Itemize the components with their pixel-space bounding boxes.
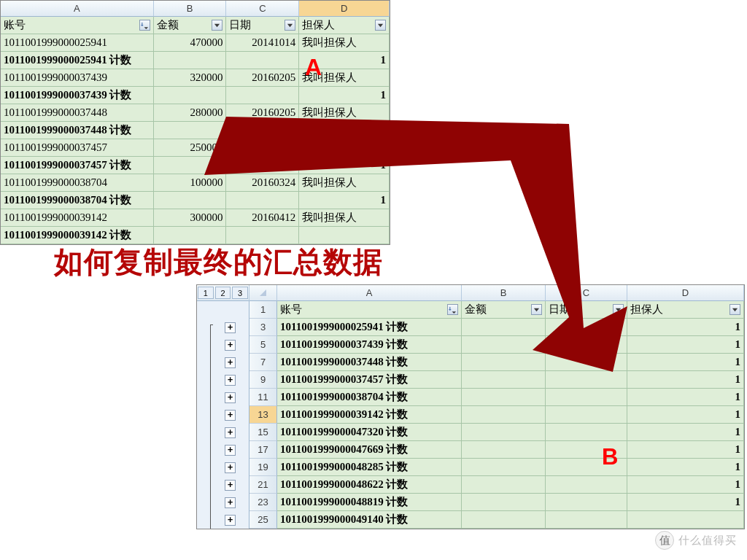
cell[interactable]: 1: [627, 459, 744, 476]
cell[interactable]: 1: [627, 336, 744, 354]
cell[interactable]: 470000: [154, 34, 227, 52]
cell[interactable]: [546, 319, 627, 336]
row-header[interactable]: 13: [249, 406, 277, 424]
cell[interactable]: 1: [627, 389, 744, 406]
cell[interactable]: 1: [627, 371, 744, 389]
outline-level-button[interactable]: 1: [198, 287, 214, 299]
cell[interactable]: 1011001999000025941: [1, 34, 154, 52]
outline-expand-button[interactable]: +: [225, 515, 236, 526]
outline-level-button[interactable]: 2: [215, 287, 231, 299]
cell[interactable]: 300000: [154, 209, 227, 227]
cell[interactable]: [546, 371, 627, 389]
cell[interactable]: [226, 87, 299, 104]
cell[interactable]: [546, 406, 627, 424]
cell[interactable]: 1: [299, 157, 390, 174]
cell[interactable]: [226, 52, 299, 69]
cell[interactable]: 1: [627, 494, 744, 511]
cell[interactable]: 320000: [154, 69, 227, 87]
cell[interactable]: 100000: [154, 174, 227, 192]
filter-dropdown-icon[interactable]: [613, 304, 624, 315]
cell[interactable]: 20160324: [226, 174, 299, 192]
cell[interactable]: 20160205: [226, 104, 299, 122]
cell[interactable]: 我叫担保人: [299, 174, 390, 192]
filter-dropdown-icon[interactable]: [139, 20, 150, 31]
cell[interactable]: 1011001999000048819 计数: [277, 494, 462, 511]
cell[interactable]: 1011001999000037439: [1, 69, 154, 87]
outline-expand-button[interactable]: +: [225, 410, 236, 421]
cell[interactable]: [462, 319, 546, 336]
column-header[interactable]: A: [1, 1, 154, 17]
cell[interactable]: [462, 354, 546, 371]
cell[interactable]: 1011001999000049140 计数: [277, 511, 462, 529]
filter-cell[interactable]: 金额: [154, 17, 227, 34]
row-header[interactable]: 21: [249, 476, 277, 494]
cell[interactable]: [226, 192, 299, 209]
cell[interactable]: 1011001999000037448 计数: [277, 354, 462, 371]
cell[interactable]: 1: [299, 122, 390, 139]
cell[interactable]: 1011001999000039142: [1, 209, 154, 227]
cell[interactable]: 1011001999000037457: [1, 139, 154, 157]
cell[interactable]: [462, 476, 546, 494]
cell[interactable]: 1011001999000047669 计数: [277, 441, 462, 459]
cell[interactable]: 1011001999000025941 计数: [1, 52, 154, 69]
column-header[interactable]: D: [627, 285, 744, 301]
cell[interactable]: 1: [627, 441, 744, 459]
filter-dropdown-icon[interactable]: [729, 304, 740, 315]
cell[interactable]: [154, 192, 227, 209]
cell[interactable]: 1011001999000037448 计数: [1, 122, 154, 139]
cell[interactable]: 我叫担保人: [299, 209, 390, 227]
row-header[interactable]: 7: [249, 354, 277, 371]
cell[interactable]: 1011001999000039142 计数: [277, 406, 462, 424]
cell[interactable]: [154, 87, 227, 104]
cell[interactable]: 20160205: [226, 139, 299, 157]
cell[interactable]: [154, 122, 227, 139]
filter-dropdown-icon[interactable]: [531, 304, 542, 315]
cell[interactable]: 1011001999000038704 计数: [277, 389, 462, 406]
cell[interactable]: 1: [627, 354, 744, 371]
row-header[interactable]: 25: [249, 511, 277, 529]
filter-cell[interactable]: 金额: [462, 301, 546, 319]
row-header[interactable]: 5: [249, 336, 277, 354]
cell[interactable]: 20160412: [226, 209, 299, 227]
outline-expand-button[interactable]: +: [225, 445, 236, 456]
cell[interactable]: 1011001999000048622 计数: [277, 476, 462, 494]
outline-expand-button[interactable]: +: [225, 427, 236, 438]
cell[interactable]: 1011001999000037448: [1, 104, 154, 122]
cell[interactable]: 1011001999000025941 计数: [277, 319, 462, 336]
cell[interactable]: 1011001999000038704: [1, 174, 154, 192]
cell[interactable]: [462, 459, 546, 476]
cell[interactable]: 20160205: [226, 69, 299, 87]
row-header[interactable]: 19: [249, 459, 277, 476]
column-header[interactable]: B: [154, 1, 227, 17]
cell[interactable]: 我叫担保人: [299, 34, 390, 52]
cell[interactable]: [546, 389, 627, 406]
cell[interactable]: 280000: [154, 104, 227, 122]
outline-expand-button[interactable]: +: [225, 340, 236, 351]
cell[interactable]: [462, 441, 546, 459]
row-header[interactable]: 11: [249, 389, 277, 406]
row-header[interactable]: 9: [249, 371, 277, 389]
filter-cell[interactable]: 账号: [1, 17, 154, 34]
cell[interactable]: [627, 511, 744, 529]
cell[interactable]: 1011001999000047320 计数: [277, 424, 462, 441]
cell[interactable]: 1: [627, 476, 744, 494]
cell[interactable]: 1011001999000037457 计数: [1, 157, 154, 174]
filter-cell[interactable]: 账号: [277, 301, 462, 319]
filter-cell[interactable]: 担保人: [627, 301, 744, 319]
cell[interactable]: [546, 494, 627, 511]
cell[interactable]: [546, 354, 627, 371]
cell[interactable]: [546, 424, 627, 441]
cell[interactable]: [462, 389, 546, 406]
outline-level-button[interactable]: 3: [232, 287, 248, 299]
cell[interactable]: 1: [627, 406, 744, 424]
row-header[interactable]: 17: [249, 441, 277, 459]
column-header[interactable]: C: [546, 285, 627, 301]
select-all-corner[interactable]: [249, 285, 277, 301]
filter-dropdown-icon[interactable]: [212, 20, 222, 31]
cell[interactable]: 20141014: [226, 34, 299, 52]
filter-cell[interactable]: 日期: [546, 301, 627, 319]
cell[interactable]: [462, 336, 546, 354]
cell[interactable]: 我叫担保人: [299, 139, 390, 157]
outline-expand-button[interactable]: +: [225, 480, 236, 491]
cell[interactable]: 我叫担保人: [299, 104, 390, 122]
